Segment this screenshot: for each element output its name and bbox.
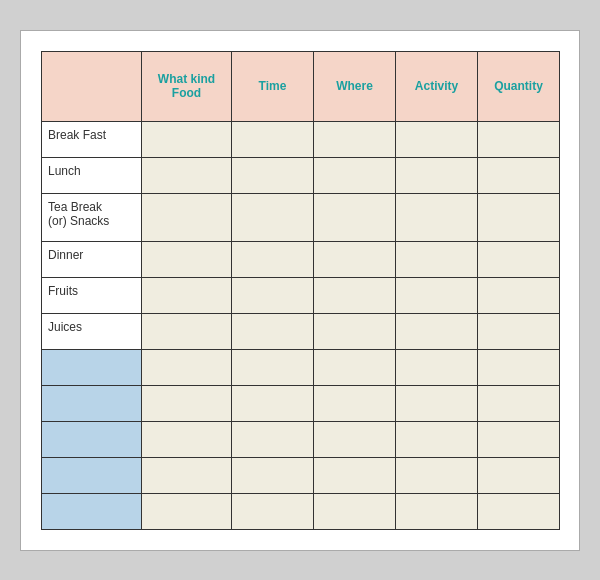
data-cell-r4-c2[interactable] <box>314 277 396 313</box>
data-cell-r5-c1[interactable] <box>232 313 314 349</box>
data-cell-r1-c3[interactable] <box>396 157 478 193</box>
data-cell-r8-c0[interactable] <box>142 421 232 457</box>
row-label-7 <box>42 385 142 421</box>
data-cell-r4-c3[interactable] <box>396 277 478 313</box>
data-cell-r9-c0[interactable] <box>142 457 232 493</box>
row-label-0: Break Fast <box>42 121 142 157</box>
data-cell-r3-c4[interactable] <box>478 241 560 277</box>
data-cell-r7-c4[interactable] <box>478 385 560 421</box>
data-cell-r6-c1[interactable] <box>232 349 314 385</box>
data-cell-r5-c2[interactable] <box>314 313 396 349</box>
data-cell-r2-c2[interactable] <box>314 193 396 241</box>
row-label-1: Lunch <box>42 157 142 193</box>
data-cell-r2-c4[interactable] <box>478 193 560 241</box>
data-cell-r1-c1[interactable] <box>232 157 314 193</box>
data-cell-r7-c0[interactable] <box>142 385 232 421</box>
header-col2: What kind Food <box>142 51 232 121</box>
data-cell-r7-c1[interactable] <box>232 385 314 421</box>
data-cell-r9-c4[interactable] <box>478 457 560 493</box>
row-label-3: Dinner <box>42 241 142 277</box>
data-cell-r7-c2[interactable] <box>314 385 396 421</box>
data-cell-r10-c2[interactable] <box>314 493 396 529</box>
data-cell-r2-c1[interactable] <box>232 193 314 241</box>
data-cell-r1-c0[interactable] <box>142 157 232 193</box>
data-cell-r3-c3[interactable] <box>396 241 478 277</box>
data-cell-r10-c3[interactable] <box>396 493 478 529</box>
data-cell-r3-c2[interactable] <box>314 241 396 277</box>
row-label-5: Juices <box>42 313 142 349</box>
data-cell-r3-c1[interactable] <box>232 241 314 277</box>
data-cell-r6-c4[interactable] <box>478 349 560 385</box>
data-cell-r5-c4[interactable] <box>478 313 560 349</box>
data-cell-r0-c3[interactable] <box>396 121 478 157</box>
data-cell-r2-c0[interactable] <box>142 193 232 241</box>
data-cell-r2-c3[interactable] <box>396 193 478 241</box>
data-cell-r6-c2[interactable] <box>314 349 396 385</box>
row-label-6 <box>42 349 142 385</box>
data-cell-r6-c3[interactable] <box>396 349 478 385</box>
data-cell-r1-c4[interactable] <box>478 157 560 193</box>
header-col5: Activity <box>396 51 478 121</box>
data-cell-r0-c2[interactable] <box>314 121 396 157</box>
data-cell-r0-c1[interactable] <box>232 121 314 157</box>
data-cell-r10-c4[interactable] <box>478 493 560 529</box>
data-cell-r8-c1[interactable] <box>232 421 314 457</box>
data-cell-r6-c0[interactable] <box>142 349 232 385</box>
data-cell-r4-c0[interactable] <box>142 277 232 313</box>
header-col1 <box>42 51 142 121</box>
data-cell-r7-c3[interactable] <box>396 385 478 421</box>
header-col3: Time <box>232 51 314 121</box>
data-cell-r9-c3[interactable] <box>396 457 478 493</box>
data-cell-r5-c0[interactable] <box>142 313 232 349</box>
data-cell-r4-c1[interactable] <box>232 277 314 313</box>
data-cell-r9-c1[interactable] <box>232 457 314 493</box>
data-cell-r1-c2[interactable] <box>314 157 396 193</box>
data-cell-r0-c4[interactable] <box>478 121 560 157</box>
data-cell-r4-c4[interactable] <box>478 277 560 313</box>
data-cell-r5-c3[interactable] <box>396 313 478 349</box>
row-label-9 <box>42 457 142 493</box>
data-cell-r8-c2[interactable] <box>314 421 396 457</box>
header-col4: Where <box>314 51 396 121</box>
data-cell-r8-c3[interactable] <box>396 421 478 457</box>
data-cell-r10-c1[interactable] <box>232 493 314 529</box>
data-cell-r3-c0[interactable] <box>142 241 232 277</box>
data-cell-r9-c2[interactable] <box>314 457 396 493</box>
row-label-4: Fruits <box>42 277 142 313</box>
header-col6: Quantity <box>478 51 560 121</box>
data-cell-r8-c4[interactable] <box>478 421 560 457</box>
row-label-8 <box>42 421 142 457</box>
food-diary-table: What kind Food Time Where Activity Quant… <box>20 30 580 551</box>
row-label-10 <box>42 493 142 529</box>
data-cell-r0-c0[interactable] <box>142 121 232 157</box>
data-cell-r10-c0[interactable] <box>142 493 232 529</box>
row-label-2: Tea Break (or) Snacks <box>42 193 142 241</box>
